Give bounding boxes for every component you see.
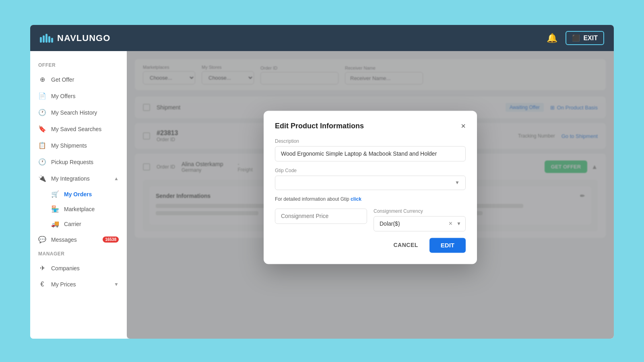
gtip-click-link[interactable]: click [351, 196, 361, 202]
sidebar-item-saved-searches[interactable]: 🔖 My Saved Searches [30, 121, 127, 137]
consignment-price-input[interactable] [275, 208, 367, 224]
sidebar: Offer ⊕ Get Offer 📄 My Offers 🕐 My Searc… [30, 51, 127, 339]
integrations-submenu: 🛒 My Orders 🏪 Marketplace 🚚 Carrier [30, 187, 127, 231]
logo-area: NAVLUNGO [40, 33, 110, 43]
modal-title: Edit Product Informations [275, 122, 364, 130]
integrations-icon: 🔌 [38, 175, 46, 182]
sidebar-item-my-orders-label: My Orders [64, 191, 92, 197]
document-icon: 📄 [38, 92, 46, 100]
marketplace-icon: 🏪 [51, 205, 59, 213]
sidebar-item-get-offer[interactable]: ⊕ Get Offer [30, 71, 127, 88]
sidebar-item-get-offer-label: Get Offer [51, 76, 74, 83]
sidebar-item-integrations-label: My Integrations [51, 175, 90, 182]
main-body: Offer ⊕ Get Offer 📄 My Offers 🕐 My Searc… [30, 51, 614, 339]
cancel-button[interactable]: CANCEL [387, 238, 424, 252]
consignment-currency-label: Consignment Currency [374, 208, 466, 214]
sidebar-item-messages[interactable]: 💬 Messages 16538 [30, 231, 127, 248]
content-area: Marketplaces Choose... My Stores Choose.… [127, 51, 614, 339]
gtip-dropdown-arrow-icon: ▼ [455, 180, 460, 185]
sidebar-item-my-orders[interactable]: 🛒 My Orders [51, 187, 127, 202]
sidebar-item-my-integrations[interactable]: 🔌 My Integrations ▲ [30, 170, 127, 187]
sidebar-item-marketplace-label: Marketplace [64, 206, 95, 212]
gtip-code-dropdown[interactable]: ▼ [275, 175, 466, 190]
list-icon: 📋 [38, 142, 46, 149]
price-currency-row: Consignment Currency Dolar($) × ▼ [275, 208, 466, 231]
app-container: NAVLUNGO 🔔 ⬛ EXIT Offer ⊕ Get Offer 📄 My… [30, 25, 614, 339]
description-label: Description [275, 138, 466, 144]
clock-icon: 🕐 [38, 109, 46, 116]
consignment-currency-group: Consignment Currency Dolar($) × ▼ [374, 208, 466, 231]
sidebar-item-carrier[interactable]: 🚚 Carrier [51, 216, 127, 231]
gtip-code-label: Gtip Code [275, 168, 466, 173]
modal-close-button[interactable]: × [461, 122, 466, 130]
offer-section-label: Offer [30, 59, 127, 71]
manager-section-label: Manager [30, 248, 127, 260]
sidebar-item-my-prices-label: My Prices [51, 281, 76, 288]
cart-icon: 🛒 [51, 190, 59, 198]
sidebar-item-companies[interactable]: ✈ Companies [30, 260, 127, 276]
logo-text: NAVLUNGO [57, 33, 110, 43]
edit-confirm-button[interactable]: EDIT [429, 238, 466, 253]
exit-button[interactable]: ⬛ EXIT [566, 31, 604, 45]
messages-icon: 💬 [38, 236, 46, 243]
carrier-icon: 🚚 [51, 220, 59, 228]
modal-actions: CANCEL EDIT [275, 238, 466, 253]
sidebar-item-my-prices[interactable]: € My Prices ▼ [30, 276, 127, 292]
exit-icon: ⬛ [572, 34, 580, 42]
consignment-currency-dropdown[interactable]: Dolar($) × ▼ [374, 216, 466, 231]
currency-value-text: Dolar($) [374, 216, 446, 231]
sidebar-item-pickup-label: Pickup Requests [51, 159, 93, 165]
sidebar-item-search-history-label: My Search History [51, 109, 97, 116]
sidebar-item-my-shipments[interactable]: 📋 My Shipments [30, 137, 127, 154]
currency-arrow-icon: ▼ [455, 221, 465, 226]
plus-circle-icon: ⊕ [38, 76, 46, 83]
description-field-group: Description [275, 138, 466, 161]
sidebar-item-my-offers[interactable]: 📄 My Offers [30, 88, 127, 104]
currency-clear-icon[interactable]: × [446, 220, 455, 227]
edit-product-modal: Edit Product Informations × Description … [264, 111, 477, 264]
pickup-icon: 🕐 [38, 158, 46, 166]
header: NAVLUNGO 🔔 ⬛ EXIT [30, 25, 614, 51]
modal-header: Edit Product Informations × [275, 122, 466, 130]
sidebar-item-marketplace[interactable]: 🏪 Marketplace [51, 202, 127, 216]
companies-icon: ✈ [38, 264, 46, 272]
gtip-info-text: For detailed information about Gtip clic… [275, 196, 466, 202]
prices-icon: € [38, 281, 46, 288]
sidebar-item-shipments-label: My Shipments [51, 142, 87, 149]
sidebar-item-companies-label: Companies [51, 265, 80, 272]
notification-bell-button[interactable]: 🔔 [547, 33, 557, 43]
sidebar-item-search-history[interactable]: 🕐 My Search History [30, 104, 127, 121]
description-input[interactable] [275, 146, 466, 161]
consignment-price-group [275, 208, 367, 231]
chevron-down-icon: ▼ [114, 282, 119, 287]
sidebar-item-pickup-requests[interactable]: 🕐 Pickup Requests [30, 154, 127, 170]
chevron-up-icon: ▲ [114, 176, 119, 181]
messages-badge: 16538 [103, 237, 119, 243]
gtip-code-field-group: Gtip Code ▼ [275, 168, 466, 190]
sidebar-item-my-offers-label: My Offers [51, 93, 75, 99]
sidebar-item-messages-label: Messages [51, 237, 77, 243]
header-right: 🔔 ⬛ EXIT [547, 31, 604, 45]
sidebar-item-carrier-label: Carrier [64, 221, 81, 227]
bookmark-icon: 🔖 [38, 125, 46, 133]
logo-icon [40, 34, 53, 43]
sidebar-item-saved-searches-label: My Saved Searches [51, 126, 101, 132]
exit-label: EXIT [583, 35, 598, 42]
